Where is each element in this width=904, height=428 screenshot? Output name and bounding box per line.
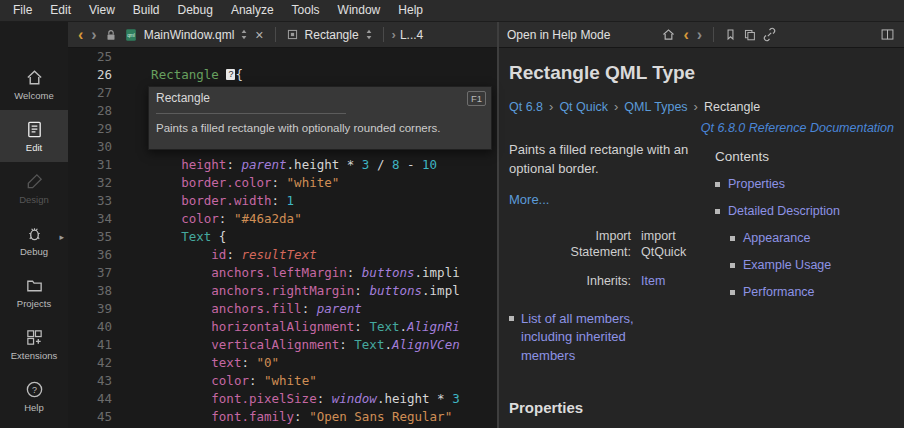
- inherits-item-link[interactable]: Item: [641, 273, 705, 290]
- sidebar-item-label: Extensions: [11, 350, 57, 361]
- line-column-indicator[interactable]: L...4: [400, 28, 423, 42]
- menu-item-help[interactable]: Help: [389, 0, 432, 21]
- sidebar-item-extensions[interactable]: Extensions: [0, 318, 68, 370]
- sidebar-item-welcome[interactable]: Welcome: [0, 58, 68, 110]
- sidebar-item-design: Design: [0, 162, 68, 214]
- home-icon[interactable]: [661, 27, 676, 42]
- copy-icon[interactable]: [743, 28, 756, 41]
- breadcrumb-qml-types[interactable]: QML Types: [624, 100, 687, 114]
- debug-bug-icon: [25, 224, 44, 243]
- forward-icon[interactable]: ›: [693, 24, 706, 46]
- sidebar-item-debug[interactable]: Debug▸: [0, 214, 68, 266]
- code-line-26[interactable]: 26 Rectangle ?{: [68, 66, 497, 84]
- line-number: 25: [68, 48, 112, 66]
- contents-link-detailed-description[interactable]: Detailed Description: [715, 204, 894, 218]
- code-line-41[interactable]: 41 verticalAlignment: Text.AlignVCen: [68, 336, 497, 354]
- sidebar-item-label: Help: [24, 402, 44, 413]
- square-bullet-icon: [730, 290, 735, 295]
- breadcrumb-separator: ›: [614, 99, 618, 114]
- mode-sidebar: WelcomeEditDesignDebug▸ProjectsExtension…: [0, 22, 68, 428]
- editor-toolbar: ‹ › qml MainWindow.qml × Rectangle: [68, 22, 497, 48]
- contents-link-performance[interactable]: Performance: [730, 285, 894, 299]
- help-pane: Open in Help Mode ‹ ›: [499, 22, 904, 428]
- breadcrumb-qt-6-8[interactable]: Qt 6.8: [509, 100, 543, 114]
- code-text: Text {: [121, 228, 226, 246]
- inherits-label: Inherits:: [551, 273, 631, 290]
- square-bullet-icon: [730, 263, 735, 268]
- bookmark-icon[interactable]: [724, 28, 737, 41]
- tooltip-description: Paints a filled rectangle with optionall…: [149, 122, 491, 134]
- svg-text:qml: qml: [127, 33, 135, 38]
- more-link[interactable]: More...: [509, 191, 549, 210]
- link-icon[interactable]: [762, 27, 777, 42]
- code-line-44[interactable]: 44 font.pixelSize: window.height * 3: [68, 390, 497, 408]
- code-line-39[interactable]: 39 anchors.fill: parent: [68, 300, 497, 318]
- code-line-32[interactable]: 32 border.color: "white": [68, 174, 497, 192]
- square-bullet-icon: [715, 209, 720, 214]
- line-number: 32: [68, 174, 112, 192]
- contents-link-appearance[interactable]: Appearance: [730, 231, 894, 245]
- menu-item-debug[interactable]: Debug: [169, 0, 222, 21]
- menu-item-window[interactable]: Window: [329, 0, 390, 21]
- code-text: color: "#46a2da": [121, 210, 302, 228]
- forward-icon[interactable]: ›: [87, 24, 100, 46]
- line-number: 44: [68, 390, 112, 408]
- sidebar-item-edit[interactable]: Edit: [0, 110, 68, 162]
- menu-item-analyze[interactable]: Analyze: [222, 0, 283, 21]
- line-number: 28: [68, 102, 112, 120]
- contents-link-label: Example Usage: [743, 258, 831, 272]
- back-icon[interactable]: ‹: [679, 24, 692, 46]
- line-number: 39: [68, 300, 112, 318]
- menu-item-build[interactable]: Build: [124, 0, 169, 21]
- code-line-45[interactable]: 45 font.family: "Open Sans Regular": [68, 408, 497, 426]
- line-number: 40: [68, 318, 112, 336]
- code-line-25[interactable]: 25: [68, 48, 497, 66]
- line-number: 35: [68, 228, 112, 246]
- home-icon: [25, 68, 44, 87]
- updown-icon[interactable]: [365, 28, 373, 41]
- sidebar-item-projects[interactable]: Projects: [0, 266, 68, 318]
- help-page-title: Rectangle QML Type: [509, 62, 894, 84]
- split-editor-icon[interactable]: [880, 27, 895, 42]
- code-line-43[interactable]: 43 color: "white": [68, 372, 497, 390]
- code-line-31[interactable]: 31 height: parent.height * 3 / 8 - 10: [68, 156, 497, 174]
- contents-link-example-usage[interactable]: Example Usage: [730, 258, 894, 272]
- help-content: Rectangle QML Type Qt 6.8›Qt Quick›QML T…: [499, 48, 904, 428]
- code-line-40[interactable]: 40 horizontalAlignment: Text.AlignRi: [68, 318, 497, 336]
- code-text: id: resultText: [121, 246, 317, 264]
- edit-document-icon: [25, 120, 44, 139]
- sidebar-item-label: Debug: [20, 246, 48, 257]
- menu-item-tools[interactable]: Tools: [283, 0, 329, 21]
- updown-icon[interactable]: [240, 28, 248, 41]
- close-document-icon[interactable]: ×: [251, 27, 267, 43]
- menu-item-edit[interactable]: Edit: [41, 0, 80, 21]
- sidebar-item-help[interactable]: ?Help: [0, 370, 68, 422]
- contents-link-properties[interactable]: Properties: [715, 177, 894, 191]
- code-line-33[interactable]: 33 border.width: 1: [68, 192, 497, 210]
- code-text: color: "white": [121, 372, 317, 390]
- list-item: List of all members, including inherited…: [509, 310, 681, 365]
- reference-doc-link[interactable]: Qt 6.8.0 Reference Documentation: [509, 121, 894, 135]
- menu-item-view[interactable]: View: [80, 0, 124, 21]
- help-toolbar: Open in Help Mode ‹ ›: [499, 22, 904, 48]
- breadcrumb-qt-quick[interactable]: Qt Quick: [559, 100, 608, 114]
- code-line-36[interactable]: 36 id: resultText: [68, 246, 497, 264]
- open-in-help-mode-button[interactable]: Open in Help Mode: [507, 28, 610, 42]
- back-icon[interactable]: ‹: [74, 24, 87, 46]
- code-text: border.color: "white": [121, 174, 339, 192]
- code-line-38[interactable]: 38 anchors.rightMargin: buttons.impl: [68, 282, 497, 300]
- code-line-42[interactable]: 42 text: "0": [68, 354, 497, 372]
- symbol-selector[interactable]: Rectangle: [305, 28, 359, 42]
- code-line-34[interactable]: 34 color: "#46a2da": [68, 210, 497, 228]
- open-document-selector[interactable]: MainWindow.qml: [144, 28, 235, 42]
- menu-item-file[interactable]: File: [4, 0, 41, 21]
- import-statement-value: import QtQuick: [641, 228, 705, 262]
- code-line-35[interactable]: 35 Text {: [68, 228, 497, 246]
- contents-link-label: Detailed Description: [728, 204, 840, 218]
- all-members-link[interactable]: List of all members, including inherited…: [521, 310, 681, 365]
- code-text: font.pixelSize: window.height * 3: [121, 390, 460, 408]
- line-number: 42: [68, 354, 112, 372]
- overflow-chevron-icon[interactable]: ›: [391, 24, 397, 46]
- code-line-37[interactable]: 37 anchors.leftMargin: buttons.impli: [68, 264, 497, 282]
- line-number: 33: [68, 192, 112, 210]
